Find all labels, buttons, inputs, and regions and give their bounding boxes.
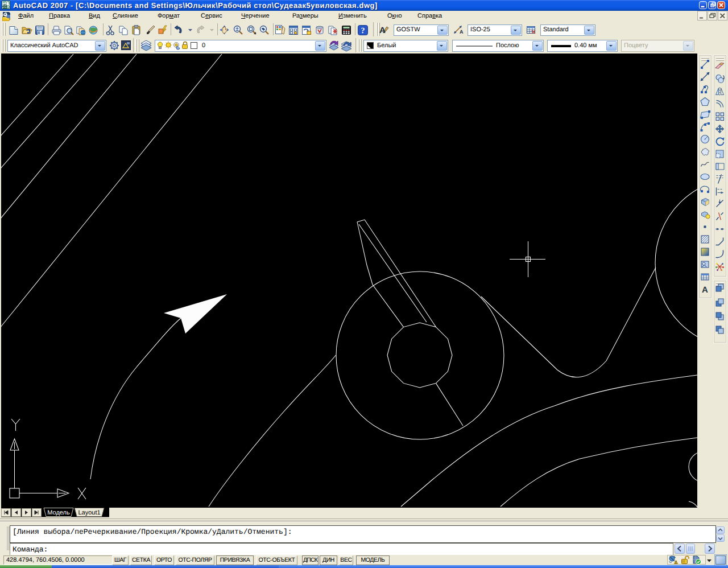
svg-text:A: A [460, 29, 464, 35]
svg-text:A: A [702, 285, 708, 295]
svg-text:?: ? [361, 27, 365, 35]
svg-text:Layout1: Layout1 [78, 509, 100, 516]
svg-text:Модель: Модель [47, 509, 70, 516]
